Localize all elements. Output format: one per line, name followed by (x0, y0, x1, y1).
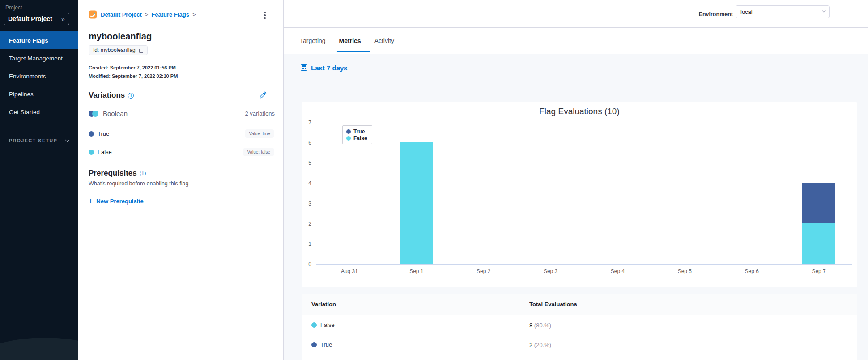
sidebar-item-feature-flags[interactable]: Feature Flags (0, 31, 78, 49)
x-axis-label: Sep 4 (584, 268, 651, 274)
x-axis-label: Sep 2 (450, 268, 517, 274)
chevron-down-icon (65, 138, 70, 142)
y-axis-tick: 1 (302, 241, 311, 247)
metrics-panel: Environment local TargetingMetricsActivi… (284, 0, 868, 360)
x-axis-label: Sep 1 (383, 268, 450, 274)
edit-variations-icon[interactable] (259, 91, 267, 99)
tab-activity[interactable]: Activity (374, 37, 394, 44)
breadcrumb-project-link[interactable]: Default Project (101, 11, 142, 18)
project-setup-label: PROJECT SETUP (9, 138, 57, 143)
variation-color-dot (311, 342, 317, 347)
y-axis-tick: 5 (302, 160, 311, 166)
environment-label: Environment (699, 11, 733, 17)
project-selector-value: Default Project (8, 15, 52, 22)
variation-type-label: Boolean (103, 110, 128, 117)
breadcrumb-separator: > (145, 11, 149, 18)
x-axis-label: Sep 3 (517, 268, 584, 274)
date-range-label: Last 7 days (311, 64, 348, 72)
project-setup-toggle[interactable]: PROJECT SETUP (9, 138, 69, 143)
column-total-evaluations: Total Evaluations (529, 301, 577, 308)
boolean-toggle-icon (89, 111, 98, 117)
variation-name: False (320, 321, 335, 328)
table-cell-total: 2 (20.%) (529, 342, 551, 348)
sidebar-item-get-started[interactable]: Get Started (0, 103, 78, 121)
breadcrumb-feature-flags-link[interactable]: Feature Flags (151, 11, 189, 18)
table-cell-variation: False (311, 321, 335, 328)
table-cell-total: 8 (80.%) (529, 322, 551, 329)
y-axis-tick: 7 (302, 120, 311, 126)
flag-options-menu-button[interactable] (261, 11, 268, 19)
bar-false-sep-7[interactable] (802, 223, 835, 264)
y-axis-tick: 4 (302, 180, 311, 186)
active-tab-underline (337, 51, 370, 52)
sidebar-decoration (0, 338, 78, 360)
calendar-icon (301, 64, 307, 71)
column-variation: Variation (311, 301, 336, 308)
breadcrumb-separator: > (192, 11, 196, 18)
total-percent: (20.%) (534, 342, 551, 348)
date-range-band: Last 7 days (284, 54, 868, 81)
variation-count: 2 variations (245, 110, 275, 117)
new-prerequisite-button[interactable]: + New Prerequisite (89, 197, 144, 205)
sidebar: Project Default Project » Feature FlagsT… (0, 0, 78, 360)
variation-row: TrueValue: true (89, 124, 274, 143)
variation-color-dot (89, 131, 94, 137)
y-axis-tick: 6 (302, 140, 311, 146)
bar-true-sep-7[interactable] (802, 183, 835, 223)
chevron-down-icon (822, 9, 825, 12)
variation-value-badge: Value: true (245, 129, 274, 138)
total-count: 2 (529, 342, 534, 348)
environment-select[interactable]: local (736, 5, 830, 18)
variation-name: True (320, 341, 332, 348)
sidebar-item-pipelines[interactable]: Pipelines (0, 85, 78, 103)
x-axis-label: Sep 7 (785, 268, 852, 274)
double-chevron-icon: » (61, 15, 65, 23)
plus-icon: + (89, 197, 93, 205)
x-axis-label: Sep 6 (718, 268, 785, 274)
flag-title: mybooleanflag (89, 31, 152, 42)
environment-value: local (740, 9, 753, 15)
x-axis-label: Sep 5 (651, 268, 718, 274)
project-label: Project (5, 4, 22, 11)
variations-heading: Variations i (89, 91, 134, 100)
divider (89, 121, 274, 121)
chart-title: Flag Evaluations (10) (302, 107, 857, 116)
copy-icon[interactable] (139, 49, 143, 53)
variation-name: True (98, 130, 109, 137)
sidebar-item-target-management[interactable]: Target Management (0, 49, 78, 67)
variation-name: False (98, 149, 112, 155)
bar-false-sep-1[interactable] (400, 142, 433, 264)
x-axis-label: Aug 31 (316, 268, 383, 274)
sidebar-divider (9, 128, 67, 128)
table-row: False8 (80.%) (302, 315, 857, 335)
info-icon[interactable]: i (128, 93, 134, 99)
sidebar-nav: Feature FlagsTarget ManagementEnvironmen… (0, 31, 78, 121)
prerequisites-description: What's required before enabling this fla… (89, 180, 188, 187)
info-icon[interactable]: i (140, 171, 146, 176)
evaluations-table: Variation Total Evaluations False8 (80.%… (302, 294, 857, 360)
flag-meta: Created: September 7, 2022 01:56 PM Modi… (89, 64, 178, 81)
flag-created: Created: September 7, 2022 01:56 PM (89, 64, 178, 72)
flag-id-badge: Id: mybooleanflag (89, 45, 148, 55)
date-range-button[interactable]: Last 7 days (301, 64, 348, 72)
chart-plot-area (316, 123, 852, 265)
y-axis-tick: 3 (302, 201, 311, 207)
variation-row: FalseValue: false (89, 143, 274, 161)
total-count: 8 (529, 322, 534, 329)
y-axis-tick: 2 (302, 221, 311, 227)
flag-id-text: Id: mybooleanflag (93, 47, 136, 53)
flag-modified: Modified: September 7, 2022 02:10 PM (89, 72, 178, 81)
variation-color-dot (311, 322, 317, 328)
total-percent: (80.%) (534, 322, 551, 329)
table-row: True2 (20.%) (302, 335, 857, 355)
sidebar-item-environments[interactable]: Environments (0, 67, 78, 85)
variation-list: TrueValue: trueFalseValue: false (89, 124, 274, 161)
variation-value-badge: Value: false (243, 148, 274, 156)
tab-targeting[interactable]: Targeting (300, 37, 326, 44)
flag-tabs: TargetingMetricsActivity (284, 28, 868, 54)
table-header: Variation Total Evaluations (302, 294, 857, 315)
variation-type-row: Boolean 2 variations (89, 110, 275, 117)
tab-metrics[interactable]: Metrics (339, 37, 361, 44)
variation-color-dot (89, 150, 94, 155)
project-selector[interactable]: Default Project » (4, 13, 69, 25)
